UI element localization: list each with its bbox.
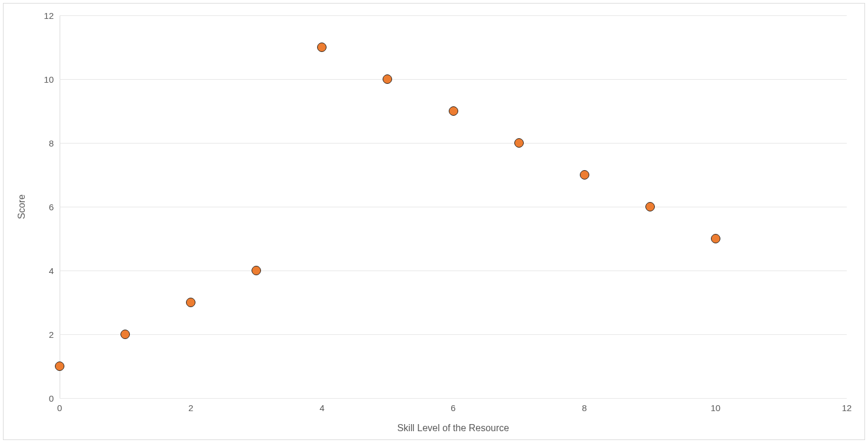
x-tick-label: 8 <box>582 403 586 413</box>
y-tick-label: 6 <box>49 202 54 212</box>
y-tick-label: 8 <box>49 138 54 148</box>
y-axis-label: Score <box>17 194 27 219</box>
gridline-h <box>60 271 847 271</box>
data-point <box>120 330 130 339</box>
data-point <box>514 138 524 148</box>
gridline-h <box>60 207 847 207</box>
y-tick-label: 0 <box>49 393 54 403</box>
x-tick-label: 12 <box>842 403 852 413</box>
data-point <box>252 266 261 275</box>
y-tick-label: 4 <box>49 266 54 276</box>
x-tick-label: 0 <box>57 403 62 413</box>
data-point <box>317 43 327 52</box>
data-point <box>383 74 392 84</box>
gridline-h <box>60 15 847 16</box>
chart-container: Score 024681012 Skill Level of the Resou… <box>3 3 865 440</box>
data-point <box>449 106 458 116</box>
gridline-h <box>60 334 847 335</box>
data-point <box>580 170 589 180</box>
data-point <box>186 298 195 307</box>
y-tick-label: 10 <box>44 74 54 84</box>
x-tick-label: 2 <box>188 403 193 413</box>
y-axis: Score 024681012 <box>4 15 60 398</box>
data-point <box>711 234 720 243</box>
x-tick-label: 4 <box>319 403 324 413</box>
x-axis: Skill Level of the Resource 024681012 <box>60 398 847 439</box>
data-point <box>55 361 64 371</box>
data-point <box>645 202 655 211</box>
gridline-h <box>60 79 847 80</box>
x-tick-label: 6 <box>451 403 455 413</box>
y-tick-label: 12 <box>44 11 54 21</box>
gridline-h <box>60 143 847 144</box>
x-tick-label: 10 <box>710 403 720 413</box>
y-tick-label: 2 <box>49 330 54 340</box>
plot-area <box>60 15 847 398</box>
x-axis-label: Skill Level of the Resource <box>397 423 509 434</box>
